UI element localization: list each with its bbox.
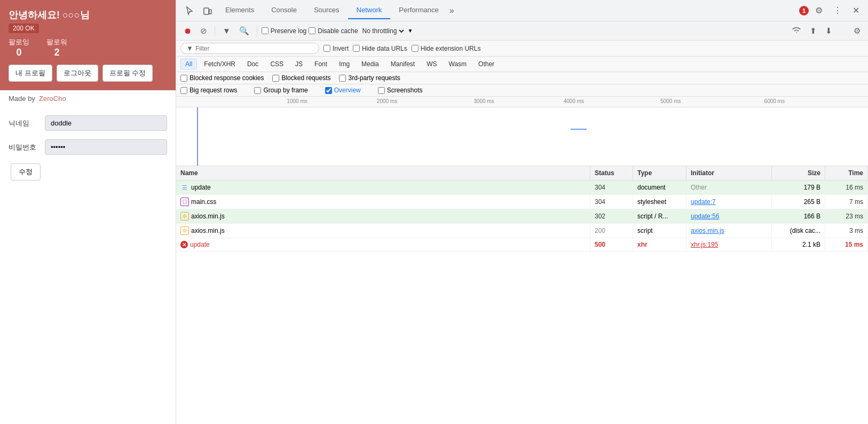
initiator-link-1[interactable]: update:7: [691, 198, 716, 206]
disable-cache-label[interactable]: Disable cache: [309, 27, 358, 35]
type-btn-img[interactable]: Img: [334, 59, 354, 69]
edit-profile-button[interactable]: 프로필 수정: [102, 65, 153, 82]
screenshots-checkbox[interactable]: [378, 87, 385, 94]
status-badge: 200 OK: [9, 23, 39, 33]
type-btn-css[interactable]: CSS: [265, 59, 288, 69]
edit-button[interactable]: 수정: [11, 163, 41, 180]
type-btn-other[interactable]: Other: [474, 59, 499, 69]
type-btn-manifest[interactable]: Manifest: [386, 59, 420, 69]
blocked-response-cookies-checkbox[interactable]: [180, 75, 187, 82]
screenshots-label[interactable]: Screenshots: [378, 87, 423, 94]
preserve-log-checkbox[interactable]: [262, 27, 269, 34]
made-by-link[interactable]: ZeroCho: [39, 95, 66, 103]
group-by-frame-label[interactable]: Group by frame: [254, 87, 307, 94]
tab-console[interactable]: Console: [263, 2, 305, 19]
type-btn-all[interactable]: All: [180, 59, 197, 69]
tick-1000: 1000 ms: [287, 98, 307, 104]
initiator-link-4[interactable]: xhr.js:195: [691, 241, 718, 248]
td-size-0: 179 B: [772, 181, 825, 194]
third-party-requests-label[interactable]: 3rd-party requests: [339, 74, 400, 82]
my-profile-button[interactable]: 내 프로필: [9, 65, 52, 82]
tab-elements[interactable]: Elements: [217, 2, 263, 19]
type-btn-font[interactable]: Font: [310, 59, 332, 69]
tab-icons: 1 ⚙ ⋮ ✕: [799, 3, 864, 18]
td-name-0: ☰ update: [176, 180, 590, 194]
disable-cache-text: Disable cache: [318, 27, 358, 35]
screenshots-text: Screenshots: [387, 87, 423, 94]
preserve-log-label[interactable]: Preserve log: [262, 27, 306, 35]
third-party-requests-checkbox[interactable]: [339, 75, 346, 82]
password-input[interactable]: [45, 139, 167, 155]
disable-cache-checkbox[interactable]: [309, 27, 315, 34]
type-btn-ws[interactable]: WS: [422, 59, 441, 69]
td-initiator-2[interactable]: update:56: [686, 210, 772, 223]
invert-checkbox[interactable]: [323, 45, 330, 52]
type-btn-doc[interactable]: Doc: [242, 59, 263, 69]
tab-sources[interactable]: Sources: [305, 2, 348, 19]
more-options-button[interactable]: ⋮: [829, 3, 846, 18]
td-initiator-1[interactable]: update:7: [686, 195, 772, 208]
made-by-text: Made by: [9, 95, 35, 103]
hide-data-urls-label[interactable]: Hide data URLs: [353, 45, 407, 52]
table-row[interactable]: ⚙ axios.min.js 200 script axios.min.js (…: [176, 224, 868, 238]
record-button[interactable]: ⏺: [180, 25, 195, 37]
invert-label[interactable]: Invert: [323, 45, 349, 52]
profile-card: 안녕하세요! ○○○님 200 OK 팔로잉 0 팔로워 2 내 프로필 로그아…: [0, 0, 176, 90]
hide-data-urls-checkbox[interactable]: [353, 45, 360, 52]
nickname-input[interactable]: [45, 115, 167, 131]
td-initiator-4[interactable]: xhr.js:195: [686, 238, 772, 251]
logout-button[interactable]: 로그아웃: [57, 65, 98, 82]
type-btn-fetchxhr[interactable]: Fetch/XHR: [199, 59, 240, 69]
filter-icon-button[interactable]: ▼: [219, 25, 234, 37]
hide-extension-urls-label[interactable]: Hide extension URLs: [412, 45, 481, 52]
wifi-icon-button[interactable]: [788, 25, 804, 37]
nickname-row: 닉네임: [9, 115, 167, 131]
overview-checkbox[interactable]: [325, 87, 332, 94]
table-row[interactable]: ✕ update 500 xhr xhr.js:195 2.1 kB 15 ms: [176, 238, 868, 252]
filter-input[interactable]: [195, 45, 302, 52]
big-request-rows-checkbox[interactable]: [180, 87, 187, 94]
td-time-1: 7 ms: [825, 195, 868, 208]
blocked-response-cookies-label[interactable]: Blocked response cookies: [180, 74, 264, 82]
td-size-2: 166 B: [772, 210, 825, 223]
greeting: 안녕하세요! ○○○님: [9, 9, 167, 21]
followers-count: 2: [46, 47, 67, 58]
settings-gear-button[interactable]: ⚙: [850, 25, 864, 37]
action-buttons: 내 프로필 로그아웃 프로필 수정: [9, 65, 167, 82]
big-request-rows-label[interactable]: Big request rows: [180, 87, 237, 94]
blocked-requests-checkbox[interactable]: [272, 75, 279, 82]
settings-button[interactable]: ⚙: [811, 3, 827, 18]
table-row[interactable]: ⚙ axios.min.js 302 script / R... update:…: [176, 209, 868, 224]
device-toggle-button[interactable]: [199, 4, 217, 18]
td-time-3: 3 ms: [825, 224, 868, 237]
close-button[interactable]: ✕: [848, 3, 864, 18]
initiator-link-3[interactable]: axios.min.js: [691, 227, 724, 234]
upload-icon-button[interactable]: ⬆: [807, 25, 820, 37]
table-row[interactable]: ☐ main.css 304 stylesheet update:7 265 B…: [176, 195, 868, 209]
group-by-frame-checkbox[interactable]: [254, 87, 261, 94]
cursor-icon-button[interactable]: [180, 4, 199, 18]
initiator-link-2[interactable]: update:56: [691, 213, 719, 220]
throttle-select[interactable]: No throttling: [360, 27, 406, 35]
search-button[interactable]: 🔍: [236, 25, 252, 37]
toolbar-separator-2: [257, 26, 257, 36]
type-btn-js[interactable]: JS: [290, 59, 307, 69]
td-initiator-3[interactable]: axios.min.js: [686, 224, 772, 237]
followers-label: 팔로워: [46, 37, 67, 47]
tab-performance[interactable]: Performance: [390, 2, 447, 19]
overview-label[interactable]: Overview: [325, 87, 361, 94]
type-btn-wasm[interactable]: Wasm: [444, 59, 472, 69]
download-icon-button[interactable]: ⬇: [822, 25, 835, 37]
timeline-ruler: 1000 ms 2000 ms 3000 ms 4000 ms 5000 ms …: [176, 97, 868, 107]
devtools-panel: Elements Console Sources Network Perform…: [176, 0, 868, 424]
tab-more-button[interactable]: »: [447, 2, 456, 20]
hide-data-urls-text: Hide data URLs: [362, 45, 407, 52]
blocked-requests-text: Blocked requests: [281, 74, 330, 82]
hide-extension-urls-checkbox[interactable]: [412, 45, 419, 52]
tab-network[interactable]: Network: [348, 2, 391, 19]
blocked-requests-label[interactable]: Blocked requests: [272, 74, 330, 82]
clear-button[interactable]: ⊘: [197, 25, 210, 37]
table-row[interactable]: ☰ update 304 document Other 179 B 16 ms: [176, 180, 868, 195]
type-btn-media[interactable]: Media: [357, 59, 384, 69]
th-time: Time: [825, 166, 868, 180]
